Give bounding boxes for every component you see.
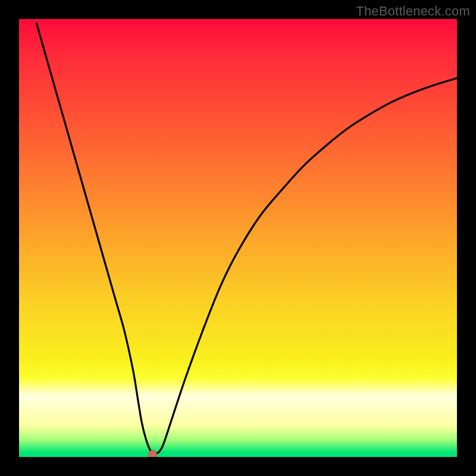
chart-frame: TheBottleneck.com — [0, 0, 476, 476]
min-marker — [148, 450, 156, 457]
curve-svg — [19, 19, 457, 457]
plot-area — [19, 19, 457, 457]
watermark-text: TheBottleneck.com — [356, 4, 470, 19]
bottleneck-curve — [36, 23, 457, 453]
